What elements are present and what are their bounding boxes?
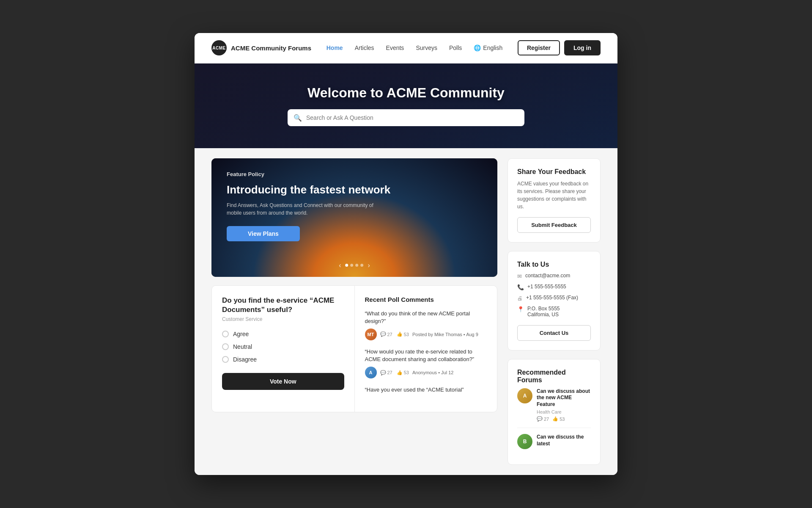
contact-fax: 🖨 +1 555-555-5555 (Fax) xyxy=(517,295,591,301)
feedback-text: ACME values your feedback on its service… xyxy=(517,180,591,210)
comment-author-1: Posted by Mike Thomas • Aug 9 xyxy=(412,332,478,337)
contact-email: ✉ contact@acme.com xyxy=(517,273,591,279)
fax-icon: 🖨 xyxy=(517,295,523,301)
content-area: Feature Policy Introducing the fastest n… xyxy=(195,148,617,475)
phone-icon: 📞 xyxy=(517,284,524,290)
recommended-forums-title: Recommended Forums xyxy=(517,369,591,384)
vote-button[interactable]: Vote Now xyxy=(222,373,344,390)
comments-section: Recent Poll Comments “What do you think … xyxy=(355,286,497,412)
comment-text-2: “How would you rate the e-service relate… xyxy=(365,348,487,363)
forum-avatar-img-1: A xyxy=(517,388,532,403)
navbar: ACME ACME Community Forums Home Articles… xyxy=(195,33,617,64)
carousel-controls: ‹ › xyxy=(339,262,370,269)
contact-us-button[interactable]: Contact Us xyxy=(517,325,591,341)
forum-comments-1: 💬 27 xyxy=(537,416,549,422)
carousel: Feature Policy Introducing the fastest n… xyxy=(211,158,497,277)
hero-title: Welcome to ACME Community xyxy=(307,85,505,101)
radio-agree xyxy=(222,331,229,337)
comment-avatar-1: MT xyxy=(365,329,377,340)
poll-option-neutral[interactable]: Neutral xyxy=(222,343,344,350)
submit-feedback-button[interactable]: Submit Feedback xyxy=(517,217,591,233)
sidebar: Share Your Feedback ACME values your fee… xyxy=(508,158,601,465)
globe-icon: 🌐 xyxy=(474,44,481,51)
comment-stats-2: 💬 27 👍 53 xyxy=(380,370,409,375)
nav-item-polls[interactable]: Polls xyxy=(449,44,462,52)
radio-neutral xyxy=(222,343,229,350)
browser-frame: ACME ACME Community Forums Home Articles… xyxy=(195,33,617,475)
forum-avatar-1: A xyxy=(517,388,532,403)
forum-avatar-2: B xyxy=(517,434,532,449)
comment-count-2: 💬 27 xyxy=(380,370,392,375)
main-content: Feature Policy Introducing the fastest n… xyxy=(211,158,497,465)
navbar-brand: ACME ACME Community Forums xyxy=(211,40,311,55)
comment-item-3: “Have you ever used the “ACME tutorial” xyxy=(365,386,487,394)
carousel-dot-4[interactable] xyxy=(361,264,364,267)
forum-item-2: B Can we discuss the latest xyxy=(517,434,591,455)
language-label: English xyxy=(483,44,502,51)
carousel-description: Find Answers, Ask Questions and Connect … xyxy=(227,202,379,217)
search-input[interactable] xyxy=(288,109,524,126)
navbar-actions: Register Log in xyxy=(518,40,601,55)
feedback-title: Share Your Feedback xyxy=(517,168,591,176)
poll-section: Do you find the e-service “ACME Document… xyxy=(212,286,355,412)
avatar-image-2: A xyxy=(365,367,377,378)
carousel-dot-1[interactable] xyxy=(346,264,348,267)
carousel-title: Introducing the fastest network xyxy=(227,183,482,196)
talk-to-us-title: Talk to Us xyxy=(517,261,591,268)
contact-address-value: P.O. Box 5555 California, US xyxy=(527,306,560,318)
poll-option-agree-label: Agree xyxy=(233,331,249,337)
feedback-card: Share Your Feedback ACME values your fee… xyxy=(508,158,601,243)
nav-language[interactable]: 🌐 English xyxy=(474,44,502,51)
carousel-content: Feature Policy Introducing the fastest n… xyxy=(211,158,497,254)
poll-comments-row: Do you find the e-service “ACME Document… xyxy=(211,285,497,412)
view-plans-button[interactable]: View Plans xyxy=(227,226,300,241)
brand-name: ACME Community Forums xyxy=(231,44,311,52)
contact-fax-value: +1 555-555-5555 (Fax) xyxy=(526,295,578,301)
login-button[interactable]: Log in xyxy=(564,40,601,55)
talk-to-us-card: Talk to Us ✉ contact@acme.com 📞 +1 555-5… xyxy=(508,251,601,351)
nav-item-surveys[interactable]: Surveys xyxy=(416,44,437,52)
comment-meta-1: MT 💬 27 👍 53 Posted by Mike Thomas • Aug… xyxy=(365,329,487,340)
hero-background xyxy=(195,64,617,148)
poll-option-agree[interactable]: Agree xyxy=(222,331,344,337)
forum-info-2: Can we discuss the latest xyxy=(537,434,591,449)
nav-item-articles[interactable]: Articles xyxy=(355,44,374,52)
register-button[interactable]: Register xyxy=(518,40,560,55)
forum-avatar-img-2: B xyxy=(517,434,532,449)
poll-title: Do you find the e-service “ACME Document… xyxy=(222,296,344,315)
avatar-image-1: MT xyxy=(365,329,377,340)
comment-likes-2: 👍 53 xyxy=(397,370,409,375)
comment-author-2: Anonymous • Jul 12 xyxy=(412,370,453,375)
contact-phone: 📞 +1 555-555-5555 xyxy=(517,284,591,290)
address-icon: 📍 xyxy=(517,306,524,312)
forum-likes-1: 👍 53 xyxy=(552,416,565,422)
poll-option-disagree[interactable]: Disagree xyxy=(222,356,344,363)
navbar-nav: Home Articles Events Surveys Polls 🌐 Eng… xyxy=(326,44,502,52)
forum-category-1: Health Care xyxy=(537,409,591,414)
contact-address: 📍 P.O. Box 5555 California, US xyxy=(517,306,591,318)
forum-title-2[interactable]: Can we discuss the latest xyxy=(537,434,591,447)
comment-likes-1: 👍 53 xyxy=(397,331,409,337)
email-icon: ✉ xyxy=(517,273,522,279)
contact-email-value: contact@acme.com xyxy=(525,273,570,279)
nav-item-events[interactable]: Events xyxy=(386,44,404,52)
comment-count-1: 💬 27 xyxy=(380,331,392,337)
comment-item-1: “What do you think of the new ACME porta… xyxy=(365,310,487,340)
carousel-prev-arrow[interactable]: ‹ xyxy=(339,262,341,269)
comment-item-2: “How would you rate the e-service relate… xyxy=(365,348,487,378)
poll-category: Customer Service xyxy=(222,316,344,322)
brand-logo: ACME xyxy=(211,40,227,55)
carousel-dot-3[interactable] xyxy=(356,264,359,267)
comment-meta-2: A 💬 27 👍 53 Anonymous • Jul 12 xyxy=(365,367,487,378)
comment-stats-1: 💬 27 👍 53 xyxy=(380,331,409,337)
carousel-dot-2[interactable] xyxy=(351,264,354,267)
carousel-dots xyxy=(346,264,364,267)
forum-title-1[interactable]: Can we discuss about the new ACME Featur… xyxy=(537,388,591,408)
forum-item-1: A Can we discuss about the new ACME Feat… xyxy=(517,388,591,428)
forum-stats-1: 💬 27 👍 53 xyxy=(537,416,591,422)
carousel-tag: Feature Policy xyxy=(227,171,482,177)
contact-phone-value: +1 555-555-5555 xyxy=(527,284,566,290)
carousel-next-arrow[interactable]: › xyxy=(368,262,370,269)
nav-item-home[interactable]: Home xyxy=(326,44,343,52)
hero-section: Welcome to ACME Community 🔍 xyxy=(195,64,617,148)
